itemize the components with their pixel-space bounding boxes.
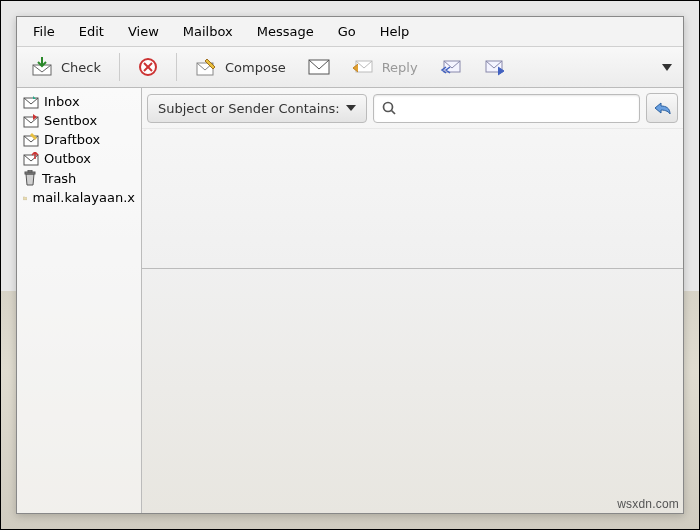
menu-mailbox[interactable]: Mailbox	[173, 21, 243, 42]
svg-rect-15	[28, 170, 32, 172]
body: Inbox Sentbox Draftbox Outbox Trash mail…	[17, 88, 683, 513]
chevron-down-icon	[661, 62, 673, 72]
sidebar-item-label: Sentbox	[44, 113, 97, 128]
sidebar-item-account[interactable]: mail.kalayaan.x	[19, 188, 139, 207]
inbox-icon	[23, 95, 39, 109]
separator	[119, 53, 120, 81]
search-box[interactable]	[373, 94, 640, 123]
sidebar-item-label: Inbox	[44, 94, 80, 109]
reply-all-button[interactable]	[436, 56, 466, 78]
svg-marker-16	[346, 105, 356, 111]
sidebar-item-sentbox[interactable]: Sentbox	[19, 111, 139, 130]
menu-go[interactable]: Go	[328, 21, 366, 42]
sidebar-item-trash[interactable]: Trash	[19, 168, 139, 188]
search-icon	[382, 101, 396, 115]
toolbar-overflow[interactable]	[661, 62, 673, 72]
filter-bar: Subject or Sender Contains:	[142, 88, 683, 129]
forward-button[interactable]	[480, 56, 510, 78]
chevron-down-icon	[346, 104, 356, 112]
draftbox-icon	[23, 133, 39, 147]
folder-sidebar: Inbox Sentbox Draftbox Outbox Trash mail…	[17, 88, 142, 513]
sidebar-item-draftbox[interactable]: Draftbox	[19, 130, 139, 149]
svg-point-17	[383, 103, 392, 112]
reply-button[interactable]: Reply	[348, 56, 422, 78]
sentbox-icon	[23, 114, 39, 128]
search-input[interactable]	[402, 100, 631, 117]
compose-label: Compose	[225, 60, 286, 75]
outbox-icon	[23, 152, 39, 166]
folder-icon	[23, 191, 27, 205]
envelope-icon	[308, 59, 330, 75]
check-mail-icon	[31, 57, 53, 77]
sidebar-item-outbox[interactable]: Outbox	[19, 149, 139, 168]
cancel-icon	[138, 57, 158, 77]
content-pane: Subject or Sender Contains:	[142, 88, 683, 513]
mail-window: File Edit View Mailbox Message Go Help C…	[16, 16, 684, 514]
reply-all-icon	[440, 58, 462, 76]
svg-marker-9	[662, 64, 672, 71]
menu-edit[interactable]: Edit	[69, 21, 114, 42]
message-preview	[142, 269, 683, 513]
reply-label: Reply	[382, 60, 418, 75]
message-list[interactable]	[142, 129, 683, 269]
separator	[176, 53, 177, 81]
cancel-button[interactable]	[134, 55, 162, 79]
sidebar-item-inbox[interactable]: Inbox	[19, 92, 139, 111]
reply-icon	[352, 58, 374, 76]
check-label: Check	[61, 60, 101, 75]
compose-icon	[195, 57, 217, 77]
sidebar-item-label: mail.kalayaan.x	[32, 190, 135, 205]
menu-help[interactable]: Help	[370, 21, 420, 42]
toolbar: Check Compose Reply	[17, 47, 683, 88]
svg-line-18	[391, 111, 395, 115]
reply-arrow-icon	[653, 101, 671, 115]
watermark: wsxdn.com	[617, 497, 679, 511]
menu-view[interactable]: View	[118, 21, 169, 42]
check-button[interactable]: Check	[27, 55, 105, 79]
sidebar-item-label: Outbox	[44, 151, 91, 166]
compose-button[interactable]: Compose	[191, 55, 290, 79]
forward-icon	[484, 58, 506, 76]
sidebar-item-label: Draftbox	[44, 132, 100, 147]
trash-icon	[23, 170, 37, 186]
envelope-button[interactable]	[304, 57, 334, 77]
filter-dropdown[interactable]: Subject or Sender Contains:	[147, 94, 367, 123]
toggle-preview-button[interactable]	[646, 93, 678, 123]
filter-label: Subject or Sender Contains:	[158, 101, 340, 116]
menu-file[interactable]: File	[23, 21, 65, 42]
menu-message[interactable]: Message	[247, 21, 324, 42]
sidebar-item-label: Trash	[42, 171, 76, 186]
menubar: File Edit View Mailbox Message Go Help	[17, 17, 683, 47]
